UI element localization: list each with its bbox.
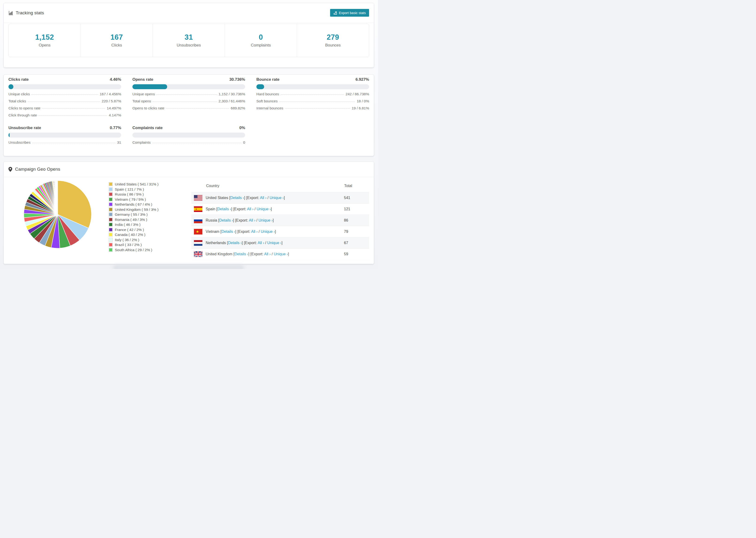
- export-unique-link[interactable]: Unique ›: [258, 218, 273, 222]
- export-unique-link[interactable]: Unique ›: [261, 230, 275, 234]
- country-name: Spain [: [206, 207, 217, 211]
- legend-swatch: [109, 182, 113, 186]
- rates-card: Clicks rate4.46%Unique clicks167 / 4.456…: [4, 75, 374, 156]
- legend-item-brazil: Brazil ( 33 / 2% ): [109, 242, 168, 247]
- geo-legend: United States ( 541 / 31% )Spain ( 121 /…: [109, 180, 168, 252]
- details-link[interactable]: Details ›: [219, 218, 233, 222]
- flag-es-icon: [194, 206, 202, 212]
- rate-detail-label: Complaints: [133, 140, 151, 144]
- country-name: Netherlands [: [206, 241, 228, 245]
- export-unique-link[interactable]: Unique ›: [274, 252, 288, 256]
- legend-swatch: [109, 223, 113, 227]
- rate-detail-row: Complaints0: [133, 140, 245, 144]
- export-unique-link[interactable]: Unique ›: [257, 207, 271, 211]
- stat-value: 0: [259, 33, 263, 41]
- stat-cell-clicks: 167Clicks: [81, 24, 153, 57]
- rate-value: 0.77%: [110, 125, 121, 130]
- rate-detail-row: Unique clicks167 / 4.456%: [9, 92, 121, 96]
- stat-label: Opens: [39, 43, 50, 48]
- table-row-united-states: United States [Details ›] [Export: All ›…: [191, 192, 369, 203]
- rate-block-complaints-rate: Complaints rate0%Complaints0: [133, 125, 245, 144]
- column-header-country: Country: [191, 180, 344, 192]
- rate-detail-label: Click through rate: [9, 113, 37, 117]
- details-link[interactable]: Details ›: [228, 241, 242, 245]
- details-link[interactable]: Details ›: [221, 230, 235, 234]
- stat-cell-unsubscribes: 31Unsubscribes: [153, 24, 225, 57]
- country-name: United Kingdom [: [206, 252, 235, 256]
- legend-swatch: [109, 192, 113, 196]
- dotted-leader: [157, 94, 217, 95]
- rate-detail-value: 1,152 / 30.736%: [219, 92, 245, 96]
- flag-vn-icon: [194, 229, 202, 235]
- legend-label: Italy ( 36 / 2% ): [115, 237, 139, 242]
- details-link[interactable]: Details ›: [217, 207, 231, 211]
- export-all-link[interactable]: All ›: [264, 252, 271, 256]
- rate-block-opens-rate: Opens rate30.736%Unique opens1,152 / 30.…: [133, 77, 245, 117]
- details-link[interactable]: Details ›: [230, 196, 244, 200]
- rate-detail-label: Unique opens: [133, 92, 155, 96]
- legend-label: Spain ( 121 / 7% ): [115, 187, 144, 192]
- export-basic-stats-button[interactable]: Export basic stats: [330, 9, 369, 17]
- details-link[interactable]: Details ›: [235, 252, 248, 256]
- rate-detail-label: Internal bounces: [256, 106, 283, 110]
- legend-swatch: [109, 207, 113, 211]
- export-all-link[interactable]: All ›: [257, 241, 264, 245]
- dotted-leader: [279, 101, 355, 102]
- rate-detail-row: Total opens2,303 / 61.446%: [133, 99, 245, 103]
- legend-swatch: [109, 187, 113, 191]
- geo-table-body: United States [Details ›] [Export: All ›…: [191, 192, 369, 264]
- stat-label: Unsubscribes: [177, 43, 201, 48]
- rate-detail-row: Internal bounces19 / 6.81%: [256, 106, 369, 110]
- dotted-leader: [153, 101, 217, 102]
- rate-detail-value: 242 / 86.738%: [346, 92, 369, 96]
- stat-cell-opens: 1,152Opens: [9, 24, 81, 57]
- rate-detail-value: 14.497%: [107, 106, 121, 110]
- map-pin-icon: [9, 167, 12, 172]
- legend-label: United States ( 541 / 31% ): [115, 182, 158, 187]
- rate-block-unsubscribe-rate: Unsubscribe rate0.77%Unsubscribes31: [9, 125, 121, 144]
- geo-header: Campaign Geo Opens: [4, 162, 374, 177]
- legend-label: Vietnam ( 79 / 5% ): [115, 197, 146, 202]
- rate-progress-fill: [133, 84, 167, 89]
- export-all-link[interactable]: All ›: [247, 207, 253, 211]
- table-row-russia: Russia [Details ›] [Export: All › / Uniq…: [191, 215, 369, 226]
- rate-title: Opens rate: [133, 77, 153, 82]
- legend-swatch: [109, 218, 113, 222]
- rate-detail-label: Total opens: [133, 99, 151, 103]
- geo-body: United States ( 541 / 31% )Spain ( 121 /…: [4, 177, 374, 264]
- tracking-stats-page: Tracking stats Export basic stats 1,152O…: [0, 0, 378, 269]
- rate-detail-value: 31: [117, 140, 121, 144]
- rate-title: Complaints rate: [133, 125, 162, 130]
- rate-progress-bar: [133, 133, 245, 137]
- stat-cell-bounces: 279Bounces: [297, 24, 369, 57]
- dotted-leader: [28, 101, 100, 102]
- legend-item-germany: Germany ( 55 / 3% ): [109, 212, 168, 217]
- export-all-link[interactable]: All ›: [249, 218, 255, 222]
- export-all-link[interactable]: All ›: [260, 196, 266, 200]
- legend-label: Brazil ( 33 / 2% ): [115, 242, 142, 247]
- table-row-netherlands: Netherlands [Details ›] [Export: All › /…: [191, 237, 369, 248]
- geo-pie-wrap: [23, 180, 92, 249]
- stat-value: 31: [185, 33, 193, 41]
- table-row-partial: [191, 260, 369, 264]
- rate-detail-row: Unique opens1,152 / 30.736%: [133, 92, 245, 96]
- legend-label: France ( 42 / 2% ): [115, 227, 144, 232]
- country-name: Vietnam [: [206, 230, 221, 234]
- page-title: Tracking stats: [16, 10, 44, 16]
- bar-chart-icon: [9, 11, 13, 15]
- export-unique-link[interactable]: Unique ›: [267, 241, 281, 245]
- rate-detail-label: Soft bounces: [256, 99, 278, 103]
- rate-detail-value: 19 / 6.81%: [352, 106, 369, 110]
- rate-detail-label: Total clicks: [9, 99, 26, 103]
- export-all-link[interactable]: All ›: [251, 230, 258, 234]
- dotted-leader: [281, 94, 344, 95]
- geo-countries-table: Country Total United States [Details ›] …: [191, 180, 369, 264]
- rate-detail-value: 0: [243, 140, 245, 144]
- rate-detail-row: Hard bounces242 / 86.738%: [256, 92, 369, 96]
- column-header-total: Total: [344, 180, 369, 192]
- rate-detail-label: Unique clicks: [9, 92, 30, 96]
- stat-value: 167: [110, 33, 123, 41]
- legend-item-united-states: United States ( 541 / 31% ): [109, 182, 168, 187]
- dotted-leader: [31, 94, 98, 95]
- export-unique-link[interactable]: Unique ›: [270, 196, 284, 200]
